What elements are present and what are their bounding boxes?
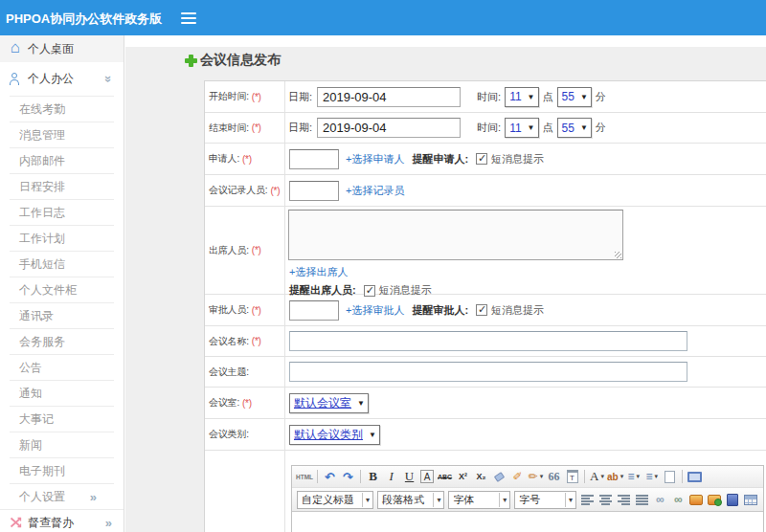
chevron-double-right-icon: » (105, 516, 112, 530)
date-label: 日期: (288, 90, 312, 104)
dropdown-arrow-icon: ▼ (580, 123, 588, 132)
sms-checkbox[interactable]: ✓ (364, 285, 375, 297)
superscript-button[interactable]: X² (455, 468, 471, 485)
start-minute-select[interactable]: 55▼ (557, 87, 592, 107)
sidebar-item-desktop[interactable]: ⌂ 个人桌面 (0, 35, 124, 62)
category-select[interactable]: 默认会议类别▼ (289, 425, 380, 445)
required-marker: (*) (242, 154, 252, 165)
required-marker: (*) (242, 398, 252, 409)
room-select[interactable]: 默认会议室▼ (289, 393, 369, 413)
unordered-list-button[interactable]: ≡▾ (643, 468, 660, 485)
choose-attendees-link[interactable]: +选择出席人 (289, 266, 348, 277)
sms-checkbox[interactable]: ✓ (476, 153, 487, 165)
undo-button[interactable]: ↶ (322, 468, 338, 485)
paragraph-format-dropdown[interactable]: 段落格式▾ (377, 491, 444, 509)
sidebar-item-label: 个人桌面 (28, 41, 74, 57)
font-family-dropdown[interactable]: 字体▾ (448, 491, 510, 509)
upload-image-button[interactable] (707, 491, 723, 508)
end-minute-select[interactable]: 55▼ (557, 118, 592, 138)
sidebar-item-news[interactable]: 新闻 (10, 432, 114, 457)
paste-text-button[interactable]: T (564, 468, 580, 485)
insert-media-button[interactable] (725, 491, 741, 508)
align-left-button[interactable] (579, 491, 596, 508)
sidebar-item-announcement[interactable]: 公告 (10, 354, 114, 380)
eraser-button[interactable] (491, 468, 507, 485)
supervise-icon (8, 517, 23, 528)
insert-image-button[interactable] (688, 491, 705, 508)
sidebar-item-office[interactable]: 个人办公 » (0, 62, 124, 96)
heading-dropdown[interactable]: 自定义标题▾ (297, 491, 373, 509)
italic-button[interactable]: I (383, 468, 399, 485)
fullscreen-button[interactable] (687, 468, 703, 485)
remind-label: 提醒申请人: (412, 152, 468, 166)
sidebar-item-messages[interactable]: 消息管理 (10, 122, 114, 147)
end-hour-select[interactable]: 11▼ (505, 118, 538, 138)
style-pen-button[interactable]: ✏▾ (528, 468, 544, 485)
sidebar-item-sms[interactable]: 手机短信 (10, 251, 114, 277)
attendees-textarea[interactable] (288, 210, 623, 260)
choose-approver-link[interactable]: +选择审批人 (346, 303, 404, 318)
remind-label: 提醒审批人: (412, 303, 468, 318)
sidebar-item-schedule[interactable]: 日程安排 (10, 173, 114, 199)
sms-checkbox[interactable]: ✓ (476, 304, 487, 316)
start-date-input[interactable] (317, 87, 461, 107)
new-page-button[interactable] (662, 468, 678, 485)
sms-label: 短消息提示 (491, 152, 544, 166)
applicant-input[interactable] (289, 149, 339, 169)
sidebar-item-meeting-service[interactable]: 会务服务 (10, 328, 114, 354)
sidebar-item-supervise[interactable]: 督查督办 » (0, 509, 124, 532)
sidebar-item-worklog[interactable]: 工作日志 (10, 199, 114, 225)
ordered-list-button[interactable]: ≡▾ (625, 468, 642, 485)
meeting-name-input[interactable] (289, 331, 687, 351)
align-center-button[interactable] (597, 491, 614, 508)
sidebar-item-events[interactable]: 大事记 (10, 406, 114, 432)
start-hour-select[interactable]: 11▼ (505, 87, 538, 107)
resize-handle[interactable] (615, 252, 621, 258)
dropdown-arrow-icon: ▾ (565, 493, 575, 507)
format-brush-button[interactable]: ✐ (509, 468, 526, 485)
remove-link-button[interactable]: ∞ (670, 491, 687, 508)
sidebar-item-workplan[interactable]: 工作计划 (10, 225, 114, 251)
dropdown-arrow-icon: ▼ (528, 93, 535, 101)
align-right-button[interactable] (616, 491, 632, 508)
insert-link-button[interactable]: ∞ (652, 491, 668, 508)
font-color-button[interactable]: A▾ (589, 468, 605, 485)
underline-button[interactable]: U (401, 468, 417, 485)
choose-recorder-link[interactable]: +选择记录员 (346, 184, 404, 198)
blockquote-button[interactable]: 66 (546, 468, 562, 485)
end-date-input[interactable] (317, 118, 461, 138)
font-style-button[interactable]: A (420, 470, 434, 483)
insert-table-button[interactable] (743, 491, 759, 508)
sidebar-item-mail[interactable]: 内部邮件 (10, 147, 114, 173)
html-source-button[interactable]: HTML (296, 468, 313, 485)
menu-toggle-icon[interactable] (181, 12, 196, 27)
font-size-dropdown[interactable]: 字号▾ (514, 491, 576, 509)
subscript-button[interactable]: X₂ (473, 468, 489, 485)
sidebar-item-notice[interactable]: 通知 (10, 380, 114, 406)
sidebar-item-attendance[interactable]: 在线考勤 (10, 96, 114, 122)
dropdown-arrow-icon: ▼ (369, 431, 376, 439)
sidebar-item-filecabinet[interactable]: 个人文件柜 (10, 277, 114, 302)
field-label: 会议名称: (209, 335, 249, 348)
strikethrough-button[interactable]: ABC (437, 468, 453, 485)
form-row-recorder: 会议记录人员:(*) +选择记录员 (205, 175, 766, 207)
sidebar-item-settings[interactable]: 个人设置 » (10, 483, 114, 509)
field-label: 会议类别: (209, 428, 249, 441)
dropdown-arrow-icon: ▾ (362, 493, 372, 507)
highlight-color-button[interactable]: ab▾ (607, 468, 623, 485)
sidebar-item-journal[interactable]: 电子期刊 (10, 457, 114, 483)
recorder-input[interactable] (289, 181, 339, 201)
form-row-category: 会议类别: 默认会议类别▼ (205, 419, 766, 451)
meeting-subject-input[interactable] (289, 362, 687, 382)
editor-content-area[interactable] (292, 512, 763, 532)
choose-applicant-link[interactable]: +选择申请人 (346, 152, 404, 166)
align-justify-button[interactable] (634, 491, 650, 508)
chevron-double-right-icon: » (90, 490, 97, 504)
sidebar-item-label: 个人办公 (28, 71, 74, 87)
main-content: 会议信息发布 开始时间:(*) 日期: 时间: 11▼ 点 55▼ 分 结束时间… (125, 35, 766, 532)
richtext-editor: HTML ↶ ↷ B I U A ABC X² X₂ ✐ ✏▾ (291, 465, 764, 532)
approver-input[interactable] (289, 300, 339, 321)
redo-button[interactable]: ↷ (340, 468, 356, 485)
sidebar-item-contacts[interactable]: 通讯录 (10, 302, 114, 328)
bold-button[interactable]: B (365, 468, 381, 485)
